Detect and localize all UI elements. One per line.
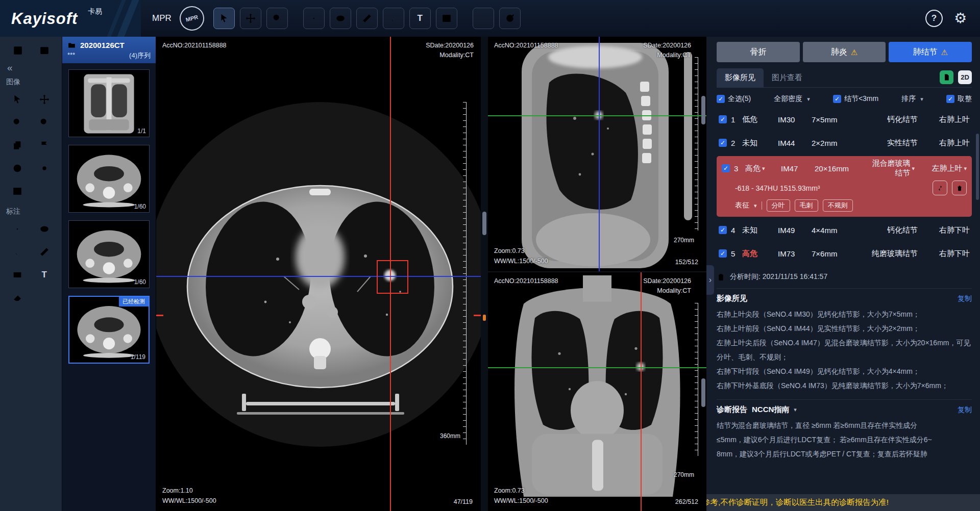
angle-tool-button[interactable] — [383, 8, 404, 29]
trash-icon — [955, 184, 964, 192]
window-level-tool-button[interactable] — [436, 8, 457, 29]
rail-ellipse-button[interactable] — [37, 221, 52, 237]
coronal-plane-line[interactable] — [599, 37, 600, 271]
mpr-stamp-button[interactable]: MPR — [177, 4, 207, 33]
zoom-tool-button[interactable] — [266, 8, 288, 29]
rail-ruler-button[interactable] — [37, 244, 52, 260]
guideline-dropdown[interactable]: NCCN指南 ▾ — [752, 405, 797, 415]
pointer-icon — [218, 13, 230, 24]
crosshair-tool-button[interactable] — [303, 8, 325, 29]
pan-tool-button[interactable] — [240, 8, 261, 29]
rail-window-level-button[interactable] — [10, 184, 25, 199]
rail-angle-button[interactable] — [10, 244, 25, 260]
series-header[interactable]: 20200126CT *** (4)序列 — [62, 37, 156, 63]
rail-crosshair-button[interactable] — [10, 221, 25, 237]
sagittal-plane-line[interactable] — [641, 272, 642, 511]
tab-image-view[interactable]: 图片查看 — [764, 68, 811, 87]
rail-disc-button[interactable] — [10, 161, 25, 176]
ruler-tool-button[interactable] — [356, 8, 378, 29]
sagittal-scrollbar-handle[interactable] — [701, 96, 705, 124]
chevron-down-icon: ▾ — [754, 202, 757, 209]
round-checkbox[interactable]: ✓ 取整 — [946, 94, 972, 104]
rail-brightness-button[interactable] — [37, 161, 52, 176]
mode-2d-button[interactable]: 2D — [958, 70, 972, 84]
location-dropdown[interactable]: 左肺上叶 ▾ — [919, 164, 967, 173]
nodule-row[interactable]: ✓ 5 高危 IM73 7×6mm 纯磨玻璃结节 右肺下叶 — [717, 242, 972, 265]
thumbnail-scout[interactable]: 1/1 — [68, 69, 150, 137]
collapse-rail-button[interactable]: « — [0, 62, 62, 75]
copy-findings-button[interactable]: 复制 — [958, 294, 972, 303]
panel-scrollbar-handle[interactable] — [976, 134, 979, 200]
nodule-checkbox[interactable]: ✓ — [719, 115, 727, 123]
help-button[interactable]: ? — [925, 10, 943, 27]
axial-plane-line[interactable] — [488, 367, 706, 368]
delete-button[interactable] — [952, 181, 967, 195]
nodule-size: 7×6mm — [812, 249, 860, 258]
rail-zoom-button[interactable] — [10, 115, 25, 130]
tab-findings[interactable]: 影像所见 — [717, 68, 764, 87]
nodule-row[interactable]: ✓ 1 低危 IM30 7×5mm 钙化结节 右肺上叶 — [717, 108, 972, 131]
ellipse-tool-button[interactable] — [330, 8, 351, 29]
nodule-row-selected[interactable]: ✓ 3 高危 ▾ IM47 20×16mm 混合磨玻璃结节 ▾ — [717, 156, 972, 217]
nodule-checkbox[interactable]: ✓ — [722, 164, 730, 172]
feature-chip[interactable]: 分叶 — [767, 199, 790, 212]
sort-dropdown[interactable]: 排序 ▾ — [901, 94, 923, 104]
pointer-tool-button[interactable] — [213, 8, 235, 29]
rail-copy-button[interactable] — [10, 138, 25, 153]
layout-panel-button[interactable] — [37, 43, 52, 58]
rail-magnify-button[interactable] — [37, 115, 52, 130]
settings-button[interactable]: ⚙ — [954, 11, 967, 25]
report-line: ≤5mm，建议6个月后进行LDCT复查； 若≥6mm且存在伴实性成分6~ — [717, 432, 972, 447]
tab-fracture[interactable]: 骨折 — [717, 42, 800, 62]
axial-plane-line[interactable] — [488, 115, 706, 116]
type-dropdown[interactable]: 混合磨玻璃结节 ▾ — [867, 159, 915, 178]
small-nodule-checkbox[interactable]: ✓ 结节<3mm — [833, 94, 878, 104]
rail-rectangle-button[interactable] — [10, 267, 25, 283]
nodule-roi-box[interactable] — [377, 260, 408, 294]
nodule-checkbox[interactable]: ✓ — [719, 249, 727, 258]
sagittal-viewport[interactable]: 270mm AccNO:202101158888 SDate:20200126 … — [488, 37, 706, 272]
text-tool-button[interactable]: T — [409, 8, 431, 29]
tab-lung-nodule[interactable]: 肺结节 ⚠ — [889, 42, 972, 62]
analysis-time-row: 分析时间: 2021/11/15 16:41:57 — [717, 272, 972, 282]
layout-grid-button[interactable] — [10, 43, 26, 58]
copy-report-button[interactable]: 复制 — [958, 405, 972, 415]
copy-icon — [12, 140, 23, 151]
coronal-plane-line[interactable] — [156, 276, 481, 277]
select-all-checkbox[interactable]: ✓ 全选(5) — [717, 94, 751, 104]
nodule-checkbox[interactable]: ✓ — [719, 226, 727, 234]
compare-button[interactable] — [933, 181, 947, 195]
risk-dropdown[interactable]: 高危 ▾ — [745, 164, 777, 173]
divider — [762, 201, 762, 210]
collapse-panel-button[interactable]: › — [706, 265, 714, 295]
coronal-viewport[interactable]: 270mm AccNO:202101158888 SDate:20200126 … — [488, 272, 706, 511]
nodule-im: IM44 — [778, 139, 807, 147]
rail-pan-button[interactable] — [37, 92, 52, 107]
thumbnail-series-4-selected[interactable]: 已经检测 1/119 — [68, 296, 150, 364]
reset-rotate-tool-button[interactable] — [499, 8, 521, 29]
tab-pneumonia[interactable]: 肺炎 ⚠ — [803, 42, 886, 62]
feature-chip[interactable]: 不规则 — [823, 199, 853, 212]
rail-eraser-button[interactable] — [10, 290, 25, 305]
close-tool-button[interactable] — [473, 8, 494, 29]
thumbnail-series-3[interactable]: 1/60 — [68, 220, 150, 288]
rail-text-button[interactable]: T — [37, 267, 52, 283]
feature-dropdown[interactable]: 表征 ▾ — [735, 201, 757, 210]
axial-scrollbar-handle[interactable] — [482, 212, 486, 235]
rail-flag-button[interactable] — [37, 138, 52, 153]
plane-edge-tick — [474, 315, 481, 316]
app-logo: Kayisoft 卡易 — [0, 0, 141, 37]
ai-report-button[interactable] — [940, 70, 953, 84]
axial-viewport[interactable]: 360mm AccNO:202101158888 SDate:20200126 … — [156, 37, 481, 511]
thumbnail-series-2[interactable]: 1/60 — [68, 145, 150, 213]
nodule-row[interactable]: ✓ 2 未知 IM44 2×2mm 实性结节 右肺上叶 — [717, 131, 972, 155]
density-dropdown[interactable]: 全部密度 ▾ — [774, 94, 810, 104]
findings-section: 影像所见 复制 右肺上叶尖段（SeNO.4 IM30）见钙化结节影，大小为7×5… — [717, 288, 972, 393]
coronal-scrollbar-handle[interactable] — [701, 378, 705, 407]
report-text: 结节为混合磨玻璃结节，直径 ≥6mm 若≥6mm且存在伴实性成分 ≤5mm，建议… — [717, 418, 972, 461]
rail-pointer-button[interactable] — [10, 92, 25, 107]
nodule-row[interactable]: ✓ 4 未知 IM49 4×4mm 钙化结节 右肺下叶 — [717, 218, 972, 242]
feature-chip[interactable]: 毛刺 — [795, 199, 818, 212]
nodule-checkbox[interactable]: ✓ — [719, 139, 727, 147]
text-tool-icon: T — [418, 13, 423, 23]
